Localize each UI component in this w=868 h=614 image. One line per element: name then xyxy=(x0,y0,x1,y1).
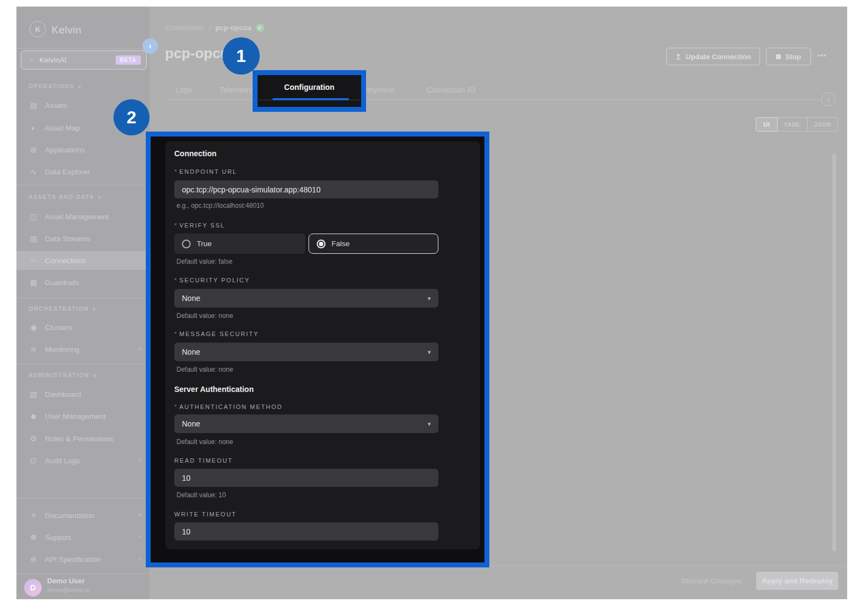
section-title-server-authentication: Server Authentication xyxy=(174,385,254,394)
update-connection-button[interactable]: ↥ Update Connection xyxy=(666,48,760,65)
authentication-method-label: * AUTHENTICATION METHOD xyxy=(174,403,283,410)
view-toggle-ui[interactable]: UI xyxy=(756,117,778,132)
sidebar-item-data-streams[interactable]: ▥ Data Streams xyxy=(16,229,150,248)
write-timeout-input[interactable]: 10 xyxy=(174,522,438,541)
sidebar-item-support[interactable]: ☸ Support ↗ xyxy=(16,528,150,547)
vertical-scrollbar[interactable] xyxy=(832,154,836,552)
verify-ssl-helper: Default value: false xyxy=(176,258,232,265)
message-security-helper: Default value: none xyxy=(176,366,233,373)
section-title-connection: Connection xyxy=(174,149,216,158)
caret-down-icon: ▾ xyxy=(427,295,431,302)
breadcrumb: Connections / pcp-opcua ✓ xyxy=(165,24,264,32)
stop-button[interactable]: Stop xyxy=(766,48,811,65)
discard-changes-button[interactable]: Discard Changes xyxy=(681,577,741,585)
security-policy-label: * SECURITY POLICY xyxy=(174,277,250,283)
message-security-label: * MESSAGE SECURITY xyxy=(174,331,259,337)
section-header-assets-and-data[interactable]: ASSETS AND DATA∨ xyxy=(28,194,101,200)
sidebar-item-monitoring[interactable]: ≋ Monitoring ↗ xyxy=(16,340,150,359)
tab-configuration[interactable]: Configuration xyxy=(258,75,361,99)
external-link-icon: ↗ xyxy=(136,555,142,563)
external-link-icon: ↗ xyxy=(136,457,142,464)
breadcrumb-parent[interactable]: Connections xyxy=(165,24,204,32)
collapse-tabs-button[interactable]: ∨ xyxy=(821,92,836,106)
avatar[interactable]: D xyxy=(24,579,42,596)
data-streams-icon: ▥ xyxy=(28,234,38,243)
asset-map-icon: ◐ xyxy=(28,123,38,132)
caret-down-icon: ▾ xyxy=(427,420,431,428)
verify-ssl-option-false[interactable]: False xyxy=(309,234,438,254)
chevron-down-icon: ∨ xyxy=(93,373,96,378)
user-management-icon: ☻ xyxy=(28,412,38,420)
message-security-select[interactable]: None ▾ xyxy=(174,343,438,361)
annotation-step-1-circle: 1 xyxy=(222,37,260,75)
sidebar-item-data-explorer[interactable]: ∿ Data Explorer xyxy=(16,162,150,181)
security-policy-helper: Default value: none xyxy=(176,312,233,320)
sidebar-item-connections[interactable]: ∾ Connections xyxy=(16,251,150,270)
sidebar-item-asset-management[interactable]: ◫ Asset Management xyxy=(16,207,150,226)
write-timeout-label: WRITE TIMEOUT xyxy=(174,511,237,518)
assets-icon: ▤ xyxy=(28,101,38,110)
connections-icon: ∾ xyxy=(28,256,38,265)
sidebar-item-user-management[interactable]: ☻ User Management xyxy=(16,407,150,425)
authentication-method-select[interactable]: None ▾ xyxy=(174,414,438,433)
sidebar-item-dashboard[interactable]: ▧ Dashboard xyxy=(16,385,150,403)
divider xyxy=(16,48,150,49)
endpoint-url-label: * ENDPOINT URL xyxy=(174,168,237,175)
annotation-step-2-circle: 2 xyxy=(113,99,150,135)
tab-logs[interactable]: Logs xyxy=(175,86,192,94)
verify-ssl-label: * VERIFY SSL xyxy=(174,222,225,229)
section-header-orchestration[interactable]: ORCHESTRATION∨ xyxy=(28,305,96,312)
sidebar-item-kelvinai[interactable]: ✦ KelvinAI BETA xyxy=(21,50,147,70)
user-email: demo@kelvin.ai xyxy=(47,587,90,593)
read-timeout-helper: Default value: 10 xyxy=(176,491,226,499)
sidebar-item-applications[interactable]: ⊞ Applications xyxy=(16,140,150,159)
required-marker: * xyxy=(174,168,176,175)
section-header-administration[interactable]: ADMINISTRATION∨ xyxy=(28,372,96,378)
breadcrumb-separator: / xyxy=(209,24,211,32)
data-explorer-icon: ∿ xyxy=(28,167,38,176)
endpoint-url-input[interactable]: opc.tcp://pcp-opcua-simulator.app:48010 xyxy=(174,180,438,198)
external-link-icon: ↗ xyxy=(136,511,142,519)
verify-ssl-option-true[interactable]: True xyxy=(174,234,305,254)
section-header-operations[interactable]: OPERATIONS∨ xyxy=(28,83,81,89)
divider xyxy=(16,298,150,298)
sidebar-item-documentation[interactable]: ≡ Documentation ↗ xyxy=(16,506,150,525)
endpoint-url-helper: e.g., opc.tcp://localhost:48010 xyxy=(176,202,264,209)
screenshot-canvas: K Kelvin ‹ ✦ KelvinAI BETA OPERATIONS∨ ▤… xyxy=(0,0,868,614)
tab-telemetry[interactable]: Telemetry xyxy=(219,86,253,94)
stop-icon xyxy=(776,54,781,59)
applications-icon: ⊞ xyxy=(28,145,38,154)
sidebar-item-roles-permissions[interactable]: ⚙ Roles & Permissions xyxy=(16,429,150,448)
brand-name: Kelvin xyxy=(52,24,82,36)
view-toggle-json[interactable]: JSON xyxy=(808,117,838,132)
api-specification-icon: ⊕ xyxy=(28,555,38,564)
sparkle-icon: ✦ xyxy=(28,56,35,64)
kelvinai-label: KelvinAI xyxy=(39,56,67,64)
sidebar-item-audit-logs[interactable]: ⊡ Audit Logs ↗ xyxy=(16,451,150,470)
chevron-down-icon: ∨ xyxy=(98,195,101,200)
status-check-icon: ✓ xyxy=(256,24,264,32)
view-toggle-yaml[interactable]: YAML xyxy=(778,117,808,132)
apply-redeploy-button[interactable]: Apply and Redeploy xyxy=(756,572,838,590)
sidebar-item-api-specification[interactable]: ⊕ API Specification ↗ xyxy=(16,550,150,568)
roles-permissions-icon: ⚙ xyxy=(28,434,38,443)
external-link-icon: ↗ xyxy=(136,533,142,541)
divider xyxy=(16,363,150,364)
sidebar-item-guardrails[interactable]: ▦ Guardrails xyxy=(16,273,150,292)
read-timeout-input[interactable]: 10 xyxy=(174,469,438,487)
required-marker: * xyxy=(174,222,176,229)
audit-logs-icon: ⊡ xyxy=(28,456,38,465)
divider xyxy=(16,498,150,498)
chevron-down-icon: ∨ xyxy=(826,96,831,103)
guardrails-icon: ▦ xyxy=(28,278,38,287)
security-policy-select[interactable]: None ▾ xyxy=(174,289,438,308)
sidebar-collapse-button[interactable]: ‹ xyxy=(142,38,158,54)
required-marker: * xyxy=(174,403,176,410)
authentication-method-helper: Default value: none xyxy=(176,438,233,446)
documentation-icon: ≡ xyxy=(28,511,38,520)
required-marker: * xyxy=(174,331,176,337)
read-timeout-label: READ TIMEOUT xyxy=(174,457,233,464)
tab-connection-io[interactable]: Connection IO xyxy=(426,86,476,94)
sidebar-item-clusters[interactable]: ◉ Clusters xyxy=(16,318,150,337)
more-options-button[interactable]: ••• xyxy=(818,51,827,59)
